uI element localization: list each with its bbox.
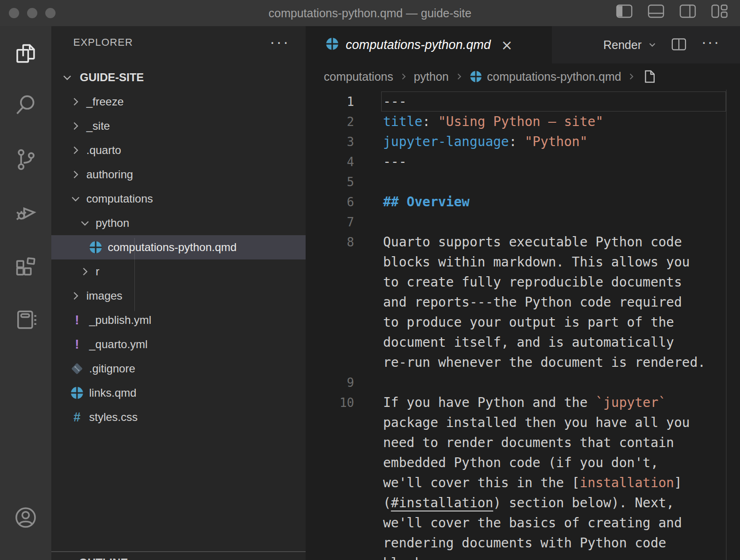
code-line-row[interactable]: blocks within markdown. This allows you bbox=[306, 252, 740, 272]
search-icon[interactable] bbox=[0, 88, 51, 122]
explorer-sidebar: EXPLORER ··· GUIDE-SITE _freeze_site.qua… bbox=[51, 26, 306, 560]
symbol-file-icon bbox=[642, 69, 657, 84]
run-debug-icon[interactable] bbox=[0, 195, 51, 230]
code-line-row[interactable]: 2title: "Using Python — site" bbox=[306, 112, 740, 132]
code-text: re-run whenever the document is rendered… bbox=[383, 355, 705, 370]
code-line-row[interactable]: and reports---the Python code required bbox=[306, 292, 740, 312]
tree-item--gitignore[interactable]: .gitignore bbox=[51, 357, 306, 381]
code-line-row[interactable]: blocks. bbox=[306, 553, 740, 560]
tree-item-python[interactable]: python bbox=[51, 211, 306, 235]
code-line-row[interactable]: 5 bbox=[306, 172, 740, 192]
chevron-right-icon bbox=[59, 558, 75, 560]
account-icon[interactable] bbox=[0, 500, 51, 535]
line-number: 5 bbox=[306, 175, 354, 189]
code-line-row[interactable]: 1--- bbox=[306, 91, 740, 112]
code-text: title: "Using Python — site" bbox=[383, 114, 603, 129]
outline-section-header[interactable]: OUTLINE bbox=[51, 555, 306, 560]
chevron-right-icon bbox=[399, 72, 408, 81]
tree-item-label: computations-python.qmd bbox=[108, 241, 237, 254]
code-text: we'll cover this in the [installation] bbox=[383, 475, 682, 490]
code-line-row[interactable]: (#installation) section below). Next, bbox=[306, 493, 740, 513]
tree-item-links-qmd[interactable]: links.qmd bbox=[51, 381, 306, 405]
line-number: 10 bbox=[306, 396, 354, 410]
tree-item-computations-python-qmd[interactable]: computations-python.qmd bbox=[51, 235, 306, 259]
split-editor-right-icon[interactable] bbox=[679, 4, 696, 18]
code-line-row[interactable]: we'll cover the basics of creating and bbox=[306, 513, 740, 533]
code-text: If you have Python and the `jupyter` bbox=[383, 395, 666, 410]
code-text: ## Overview bbox=[383, 194, 469, 210]
code-editor[interactable]: 1---2title: "Using Python — site"3jupyte… bbox=[306, 90, 740, 560]
tree-item--publish-yml[interactable]: !_publish.yml bbox=[51, 308, 306, 332]
tree-item-images[interactable]: images bbox=[51, 284, 306, 308]
tree-item--quarto[interactable]: .quarto bbox=[51, 138, 306, 162]
yaml-warning-icon: ! bbox=[68, 336, 86, 353]
code-line-row[interactable]: 6## Overview bbox=[306, 192, 740, 212]
css-file-icon: # bbox=[68, 409, 86, 426]
settings-gear-icon[interactable] bbox=[0, 553, 51, 560]
breadcrumb-computations[interactable]: computations bbox=[324, 70, 393, 84]
code-text: --- bbox=[383, 154, 407, 169]
activity-bar bbox=[0, 26, 51, 560]
tab-computations-python[interactable]: computations-python.qmd × bbox=[306, 26, 552, 63]
code-line-row[interactable]: rendering documents with Python code bbox=[306, 533, 740, 553]
notebook-icon[interactable] bbox=[0, 302, 51, 337]
tree-item--quarto-yml[interactable]: !_quarto.yml bbox=[51, 332, 306, 357]
code-line-row[interactable]: 4--- bbox=[306, 152, 740, 172]
line-number: 3 bbox=[306, 135, 354, 149]
code-line-row[interactable]: need to render documents that contain bbox=[306, 433, 740, 453]
code-line-row[interactable]: embedded Python code (if you don't, bbox=[306, 453, 740, 473]
code-text: to produce your output is part of the bbox=[383, 315, 674, 330]
code-line-row[interactable]: 3jupyter-language: "Python" bbox=[306, 132, 740, 152]
code-line-row[interactable]: to create fully reproducible documents bbox=[306, 272, 740, 292]
code-text: embedded Python code (if you don't, bbox=[383, 455, 658, 470]
quarto-file-icon bbox=[469, 70, 482, 83]
tree-item-authoring[interactable]: authoring bbox=[51, 162, 306, 187]
tree-item--freeze[interactable]: _freeze bbox=[51, 90, 306, 114]
outline-divider bbox=[51, 551, 306, 552]
code-line-row[interactable]: we'll cover this in the [installation] bbox=[306, 473, 740, 493]
source-control-icon[interactable] bbox=[0, 142, 51, 177]
split-editor-icon[interactable] bbox=[671, 37, 686, 53]
code-text: need to render documents that contain bbox=[383, 435, 674, 450]
line-number: 7 bbox=[306, 215, 354, 229]
code-text: (#installation) section below). Next, bbox=[383, 495, 674, 511]
code-text: and reports---the Python code required bbox=[383, 294, 682, 310]
code-text: --- bbox=[383, 94, 407, 109]
toggle-sidebar-icon[interactable] bbox=[616, 4, 633, 18]
file-tree: _freeze_site.quartoauthoringcomputations… bbox=[51, 90, 306, 429]
code-line-row[interactable]: package installed then you have all you bbox=[306, 413, 740, 433]
tab-close-icon[interactable]: × bbox=[501, 37, 513, 53]
code-line-row[interactable]: document itself, and is automatically bbox=[306, 332, 740, 352]
breadcrumb-python[interactable]: python bbox=[414, 70, 449, 84]
explorer-title: EXPLORER bbox=[73, 36, 133, 49]
code-text: we'll cover the basics of creating and bbox=[383, 515, 682, 531]
line-number: 2 bbox=[306, 115, 354, 129]
chevron-down-icon bbox=[647, 40, 657, 50]
tree-item-r[interactable]: r bbox=[51, 259, 306, 284]
code-line-row[interactable]: 9 bbox=[306, 372, 740, 392]
workspace-section-header[interactable]: GUIDE-SITE bbox=[51, 67, 306, 88]
explorer-more-actions-icon[interactable]: ··· bbox=[270, 33, 290, 51]
code-line-row[interactable]: 8Quarto supports executable Python code bbox=[306, 232, 740, 252]
code-text: package installed then you have all you bbox=[383, 415, 690, 430]
extensions-icon[interactable] bbox=[0, 249, 51, 283]
customize-layout-icon[interactable] bbox=[711, 4, 729, 18]
tab-bar: computations-python.qmd × Render ··· bbox=[306, 26, 740, 63]
code-text: Quarto supports executable Python code bbox=[383, 234, 682, 250]
code-line-row[interactable]: re-run whenever the document is rendered… bbox=[306, 352, 740, 372]
editor-more-actions-icon[interactable]: ··· bbox=[701, 33, 720, 51]
breadcrumb-file[interactable]: computations-python.qmd bbox=[487, 70, 621, 84]
tree-item-label: _quarto.yml bbox=[89, 338, 147, 351]
render-button[interactable]: Render bbox=[603, 26, 657, 63]
line-number: 4 bbox=[306, 155, 354, 169]
tree-item-styles-css[interactable]: #styles.css bbox=[51, 405, 306, 429]
code-line-row[interactable]: 7 bbox=[306, 212, 740, 232]
code-line-row[interactable]: 10If you have Python and the `jupyter` bbox=[306, 392, 740, 413]
code-line-row[interactable]: to produce your output is part of the bbox=[306, 312, 740, 332]
tree-item-computations[interactable]: computations bbox=[51, 187, 306, 211]
explorer-header: EXPLORER ··· bbox=[51, 26, 306, 59]
toggle-panel-icon[interactable] bbox=[648, 4, 664, 18]
explorer-icon[interactable] bbox=[0, 36, 51, 71]
chevron-down-icon bbox=[77, 215, 93, 231]
tree-item--site[interactable]: _site bbox=[51, 114, 306, 138]
